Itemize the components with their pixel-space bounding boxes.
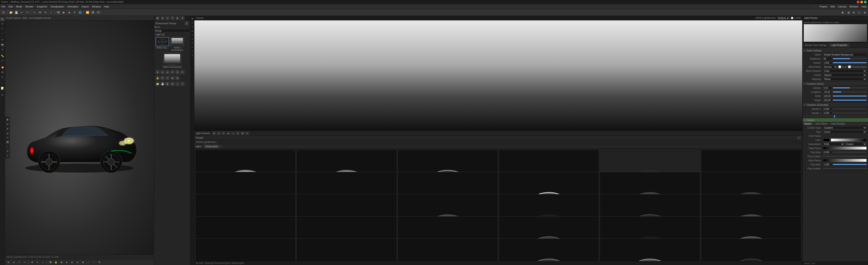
frp-input-name[interactable] <box>823 53 867 56</box>
menu-hdr-project[interactable]: Project <box>819 5 827 8</box>
lis-btn-measure[interactable]: 📏 <box>0 54 5 58</box>
frp-input-handle0[interactable] <box>823 107 832 110</box>
toolbar-open[interactable]: 📁 <box>8 10 13 15</box>
lc-btn-1[interactable]: ⊕ <box>212 131 216 135</box>
light-thumb-5-6[interactable] <box>701 238 801 261</box>
lis-btn-section[interactable]: ✂ <box>0 81 5 86</box>
hdr-sub-icon-12[interactable]: 📁 <box>156 82 160 86</box>
window-close-btn[interactable] <box>857 1 860 3</box>
menu-import[interactable]: Import <box>82 5 89 8</box>
frp-color-swatch[interactable] <box>823 138 830 141</box>
frp-tab-light-props[interactable]: Light Properties <box>829 43 850 47</box>
vp-btn-2[interactable]: ⊞ <box>5 122 9 126</box>
toolbar-animation[interactable]: ⏩ <box>85 10 90 15</box>
cr-canvas-area[interactable] <box>194 20 802 131</box>
ext-slider-track[interactable] <box>804 115 867 117</box>
vp-btn-9[interactable]: ✕ <box>5 154 9 158</box>
menu-hdr-help[interactable]: Help <box>862 5 867 8</box>
menu-edit[interactable]: Edit <box>8 5 13 8</box>
frp-checkbox-invert[interactable] <box>838 65 841 68</box>
peg-value-slider[interactable] <box>833 152 867 153</box>
frp-value-ramp-bar[interactable] <box>823 147 867 150</box>
lis-btn-ungroup[interactable]: ⊞ <box>0 75 5 79</box>
frp-tab-render-view[interactable]: Render View Settings <box>803 43 829 47</box>
light-thumb-5-1[interactable] <box>195 238 296 261</box>
toolbar-image[interactable]: 🖼 <box>90 10 95 15</box>
hdr-bar-icon1[interactable]: ◐ <box>156 16 160 20</box>
toolbar-save[interactable]: 💾 <box>14 10 19 15</box>
hdr-bar-icon5[interactable]: ◈ <box>176 16 180 20</box>
frp-input-longitude[interactable] <box>823 90 832 94</box>
lb-btn-10[interactable]: ▤ <box>59 260 64 265</box>
frp-input-peg-value[interactable] <box>823 151 832 154</box>
lc-btn-4[interactable]: ◈ <box>226 131 230 135</box>
lc-btn-8[interactable]: ↻ <box>245 131 249 135</box>
frp-input-height[interactable] <box>823 99 832 102</box>
vp-btn-1[interactable]: ◼ <box>5 117 9 122</box>
frp-section-transform-entry-header[interactable]: ▶ Transform (Entry) <box>803 82 868 86</box>
content-tab-value-blend[interactable]: Value Blend <box>813 122 829 126</box>
hdr-sub-icon-11[interactable]: ⊕ <box>176 76 180 80</box>
longitude-slider[interactable] <box>833 91 867 92</box>
alpha-peg-value-slider[interactable] <box>833 164 867 165</box>
frp-input-brightness[interactable] <box>823 57 832 60</box>
frp-section-studio-header[interactable]: ▶ Studio Settings <box>803 49 868 53</box>
frp-select-interp-method[interactable]: Cosine <box>845 142 867 145</box>
rib-btn-5[interactable]: ⊙ <box>191 33 194 37</box>
lc-btn-7[interactable]: ⊠ <box>241 131 245 135</box>
hdr-sub-icon-6[interactable]: ✏ <box>180 70 184 74</box>
frp-select-type[interactable]: Linear <box>823 130 867 133</box>
frp-select-blend-mode[interactable]: Normal <box>823 65 837 69</box>
toolbar-material[interactable]: ◈ <box>67 10 72 15</box>
hdr-sub-icon-14[interactable]: 🗑 <box>165 82 169 86</box>
lc-btn-5[interactable]: ⧬ <box>231 131 235 135</box>
rib-btn-4[interactable]: ☁ <box>191 29 194 33</box>
rib-btn-8[interactable]: ↻ <box>191 45 194 49</box>
frp-input-handle1[interactable] <box>823 111 832 114</box>
lb-btn-16[interactable]: ↕ <box>91 260 96 265</box>
lc-btn-6[interactable]: ⊡ <box>236 131 240 135</box>
hdr-sub-icon-13[interactable]: 💾 <box>160 82 164 86</box>
lis-btn-select[interactable]: ↖ <box>0 17 5 21</box>
frp-select-interp-colorspace[interactable]: RGB <box>823 142 844 145</box>
lb-btn-15[interactable]: ↔ <box>86 260 91 265</box>
hdr-bar-icon2[interactable]: ⊕ <box>160 16 164 20</box>
light-thumb-5-5[interactable] <box>600 238 700 261</box>
lis-btn-rotate[interactable]: ↻ <box>0 26 5 31</box>
lis-btn-group[interactable]: ▦ <box>0 70 5 74</box>
lb-btn-14[interactable]: ⊠ <box>81 260 86 265</box>
frp-input-alpha-peg-value[interactable] <box>823 163 832 166</box>
lc-btn-2[interactable]: ◎ <box>217 131 221 135</box>
hdr-name-input[interactable] <box>154 29 190 32</box>
hdr-sub-icon-1[interactable]: ⊕ <box>156 70 160 74</box>
vp-btn-5[interactable]: ⊙ <box>5 135 9 139</box>
light-thumb-5-4[interactable] <box>499 238 599 261</box>
hdr-sub-icon-5[interactable]: ⊡ <box>176 70 180 74</box>
lb-btn-8[interactable]: 📷 <box>48 260 53 265</box>
light-thumb-5-3[interactable] <box>398 238 498 261</box>
lis-btn-move[interactable]: ✥ <box>0 22 5 26</box>
opacity-slider[interactable] <box>833 62 867 63</box>
hdr-bar-icon6[interactable]: ✕ <box>180 16 184 20</box>
lb-btn-6[interactable]: ↻ <box>35 260 40 265</box>
lb-btn-7[interactable]: ⤢ <box>40 260 45 265</box>
vp-btn-3[interactable]: ◈ <box>5 126 9 130</box>
content-tab-alpha-multiply[interactable]: Alpha Multiply <box>829 122 847 126</box>
viewport-3d[interactable]: ◼ ⊞ ◈ ☁ ⊙ 📷 ↔ ⚙ ✕ <box>5 20 154 255</box>
menu-animation[interactable]: Animation <box>67 5 79 8</box>
lis-btn-camera[interactable]: 📷 <box>0 42 5 47</box>
lis-btn-material[interactable]: ◈ <box>0 47 5 52</box>
hdr-sub-icon-4[interactable]: ⟳ <box>170 70 175 74</box>
vp-btn-7[interactable]: ↔ <box>5 144 9 149</box>
toolbar-hdr-icon2[interactable]: ◑ <box>846 10 851 15</box>
rib-btn-2[interactable]: ◈ <box>191 21 194 24</box>
menu-file[interactable]: File <box>1 5 5 8</box>
lb-btn-3[interactable]: ↩ <box>17 260 22 265</box>
vp-btn-6[interactable]: 📷 <box>5 140 9 144</box>
rib-btn-9[interactable]: ✕ <box>191 49 194 53</box>
peg-location-slider[interactable] <box>823 156 867 157</box>
hdr-env-item-1[interactable]: HDRL5 Stu... <box>156 37 169 51</box>
alpha-peg-location-slider[interactable] <box>823 168 867 169</box>
window-max-btn[interactable] <box>864 1 867 3</box>
toolbar-undo[interactable]: ↩ <box>19 10 24 15</box>
